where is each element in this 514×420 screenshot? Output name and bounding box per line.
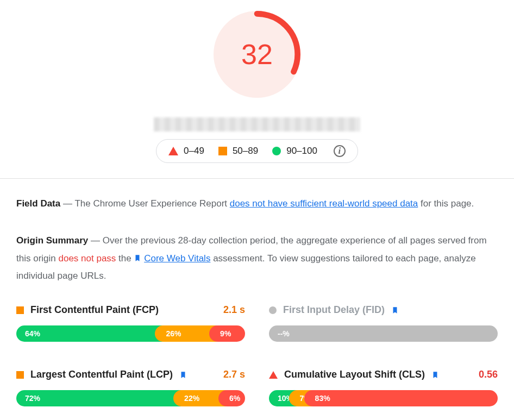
field-data-pre: — The Chrome User Experience Report: [63, 198, 230, 209]
bookmark-icon: [431, 371, 439, 379]
metrics-grid: First Contentful Paint (FCP) 2.1 s 64% 2…: [16, 304, 498, 406]
fcp-avg-seg: 26%: [155, 325, 217, 342]
metric-fcp-value: 2.1 s: [223, 304, 245, 316]
metric-fcp-distribution: 64% 26% 9%: [16, 325, 245, 342]
score-value: 32: [214, 11, 300, 98]
bookmark-icon: [391, 306, 399, 315]
circle-green-icon: [272, 147, 281, 155]
score-legend: 0–49 50–89 90–100 i: [156, 139, 358, 163]
bookmark-icon: [134, 254, 141, 262]
triangle-red-icon: [269, 371, 278, 379]
metric-cls-distribution: 10% 7% 83%: [269, 390, 498, 406]
square-orange-icon: [16, 306, 24, 314]
origin-summary-heading: Origin Summary: [16, 235, 88, 246]
origin-summary-mid: the: [118, 253, 134, 264]
square-orange-icon: [16, 371, 24, 379]
metric-fcp-label: First Contentful Paint (FCP): [30, 304, 159, 316]
legend-avg: 50–89: [218, 146, 258, 156]
fcp-poor-seg: 9%: [209, 325, 245, 342]
metric-lcp-value: 2.7 s: [223, 369, 245, 380]
field-data-paragraph: Field Data — The Chrome User Experience …: [16, 195, 498, 212]
field-data-link[interactable]: does not have sufficient real-world spee…: [230, 198, 418, 209]
cls-poor-seg: 83%: [304, 390, 498, 406]
legend-pass-range: 90–100: [286, 146, 317, 156]
metric-cls: Cumulative Layout Shift (CLS) 0.56 10% 7…: [269, 369, 498, 406]
score-gauge: 32: [214, 11, 300, 98]
metric-lcp: Largest Contentful Paint (LCP) 2.7 s 72%…: [16, 369, 245, 406]
metric-fid: First Input Delay (FID) --%: [269, 304, 498, 342]
legend-avg-range: 50–89: [233, 146, 258, 156]
score-section: 32 0–49 50–89 90–100 i: [0, 0, 514, 178]
metric-fid-distribution: --%: [269, 325, 498, 342]
metric-lcp-distribution: 72% 22% 6%: [16, 390, 245, 406]
legend-pass: 90–100: [272, 146, 317, 156]
circle-grey-icon: [269, 306, 277, 314]
legend-fail-range: 0–49: [184, 146, 204, 156]
metric-lcp-label: Largest Contentful Paint (LCP): [30, 369, 173, 380]
legend-fail: 0–49: [168, 146, 204, 156]
lcp-poor-seg: 6%: [218, 390, 245, 406]
origin-summary-paragraph: Origin Summary — Over the previous 28-da…: [16, 232, 498, 285]
square-orange-icon: [218, 147, 227, 155]
lcp-good-seg: 72%: [16, 390, 181, 406]
metric-fcp: First Contentful Paint (FCP) 2.1 s 64% 2…: [16, 304, 245, 342]
field-data-heading: Field Data: [16, 198, 60, 209]
field-data-post: for this page.: [421, 198, 474, 209]
core-web-vitals-link[interactable]: Core Web Vitals: [144, 253, 210, 264]
triangle-red-icon: [168, 147, 178, 155]
metric-cls-label: Cumulative Layout Shift (CLS): [284, 369, 425, 380]
metric-cls-value: 0.56: [479, 369, 498, 380]
origin-summary-fail: does not pass: [58, 253, 116, 264]
info-icon[interactable]: i: [334, 145, 346, 157]
fid-na-seg: --%: [269, 325, 498, 342]
section-divider: [0, 178, 514, 179]
metric-fid-label: First Input Delay (FID): [283, 304, 385, 316]
page-url-redacted: [154, 117, 360, 131]
fcp-good-seg: 64%: [16, 325, 162, 342]
bookmark-icon: [179, 371, 187, 379]
